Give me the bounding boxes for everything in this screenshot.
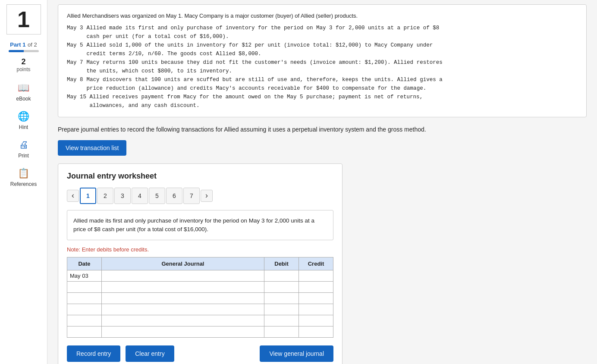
debit-input[interactable]	[267, 284, 296, 290]
table-row	[67, 282, 333, 293]
sidebar-item-references[interactable]: 📋 References	[10, 166, 37, 187]
debit-input[interactable]	[267, 306, 296, 313]
general-journal-input[interactable]	[104, 306, 261, 313]
debit-cell[interactable]	[264, 270, 299, 282]
date-cell: May 03	[67, 270, 102, 282]
debit-input[interactable]	[267, 273, 296, 279]
worksheet-container: Journal entry worksheet ‹ 1 2 3 4 5 6 7 …	[58, 163, 342, 364]
credit-input[interactable]	[302, 329, 330, 335]
credit-cell[interactable]	[299, 293, 333, 304]
general-journal-cell[interactable]	[102, 282, 264, 293]
date-input[interactable]	[70, 306, 99, 313]
transaction-description: Allied made its first and only purchase …	[67, 210, 333, 241]
debit-input[interactable]	[267, 317, 296, 324]
worksheet-title: Journal entry worksheet	[67, 172, 333, 181]
ebook-label: eBook	[16, 96, 31, 102]
tab-6[interactable]: 6	[166, 188, 182, 204]
tab-navigation: ‹ 1 2 3 4 5 6 7 ›	[67, 188, 333, 204]
credit-cell[interactable]	[299, 282, 333, 293]
col-header-date: Date	[67, 257, 102, 270]
part-label: Part 1	[10, 41, 25, 48]
credit-cell[interactable]	[299, 304, 333, 315]
event-may7: May 7 Macy returns 100 units because the…	[67, 58, 578, 75]
event-may15: May 15 Allied receives payment from Macy…	[67, 93, 578, 110]
part-info: Part 1 of 2	[9, 41, 39, 57]
date-cell[interactable]	[67, 326, 102, 338]
sidebar-item-print[interactable]: 🖨 Print	[16, 137, 31, 159]
tab-prev-arrow[interactable]: ‹	[67, 190, 79, 202]
debit-cell[interactable]	[264, 293, 299, 304]
general-journal-cell[interactable]	[102, 270, 264, 282]
table-row: May 03	[67, 270, 333, 282]
debit-input[interactable]	[267, 329, 296, 335]
tab-5[interactable]: 5	[149, 188, 165, 204]
question-number: 1	[6, 4, 41, 35]
credit-cell[interactable]	[299, 270, 333, 282]
tab-1[interactable]: 1	[80, 188, 96, 204]
col-header-credit: Credit	[299, 257, 333, 270]
date-input[interactable]	[70, 295, 99, 301]
context-intro: Allied Merchandisers was organized on Ma…	[67, 12, 578, 20]
credit-input[interactable]	[302, 284, 330, 290]
general-journal-cell[interactable]	[102, 304, 264, 315]
date-cell[interactable]	[67, 293, 102, 304]
table-row	[67, 293, 333, 304]
date-input[interactable]	[70, 284, 99, 290]
table-row	[67, 326, 333, 338]
clear-entry-button[interactable]: Clear entry	[126, 345, 174, 362]
date-input[interactable]	[70, 317, 99, 324]
note-text: Note: Enter debits before credits.	[67, 246, 333, 253]
credit-input[interactable]	[302, 306, 330, 313]
view-transaction-button[interactable]: View transaction list	[58, 140, 126, 156]
print-label: Print	[18, 153, 29, 159]
table-row	[67, 304, 333, 315]
tab-4[interactable]: 4	[132, 188, 148, 204]
general-journal-cell[interactable]	[102, 315, 264, 326]
general-journal-input[interactable]	[104, 284, 261, 290]
general-journal-cell[interactable]	[102, 293, 264, 304]
date-cell[interactable]	[67, 304, 102, 315]
date-input[interactable]	[70, 329, 99, 335]
general-journal-input[interactable]	[104, 317, 261, 324]
credit-cell[interactable]	[299, 326, 333, 338]
sidebar-item-ebook[interactable]: 📖 eBook	[16, 80, 31, 102]
event-may3: May 3 Allied made its first and only pur…	[67, 24, 578, 41]
progress-fill	[9, 50, 24, 52]
event-may8: May 8 Macy discovers that 100 units are …	[67, 75, 578, 93]
credit-input[interactable]	[302, 317, 330, 324]
credit-input[interactable]	[302, 295, 330, 301]
general-journal-input[interactable]	[104, 329, 261, 335]
part-of: of 2	[28, 41, 37, 48]
col-header-debit: Debit	[264, 257, 299, 270]
references-icon: 📋	[16, 166, 31, 181]
date-cell[interactable]	[67, 315, 102, 326]
debit-cell[interactable]	[264, 315, 299, 326]
tab-3[interactable]: 3	[114, 188, 131, 204]
points-label: points	[16, 66, 30, 72]
general-journal-cell[interactable]	[102, 326, 264, 338]
record-entry-button[interactable]: Record entry	[67, 345, 120, 362]
ebook-icon: 📖	[16, 80, 31, 96]
sidebar: 1 Part 1 of 2 2 points 📖 eBook 🌐 Hint 🖨 …	[0, 0, 47, 364]
debit-input[interactable]	[267, 295, 296, 301]
general-journal-input[interactable]	[104, 295, 261, 301]
credit-cell[interactable]	[299, 315, 333, 326]
context-events: May 3 Allied made its first and only pur…	[67, 24, 578, 110]
tab-2[interactable]: 2	[97, 188, 113, 204]
event-may5: May 5 Allied sold 1,000 of the units in …	[67, 41, 578, 58]
tab-next-arrow[interactable]: ›	[201, 190, 213, 202]
debit-cell[interactable]	[264, 304, 299, 315]
debit-cell[interactable]	[264, 326, 299, 338]
progress-bar	[9, 50, 39, 52]
col-header-general: General Journal	[102, 257, 264, 270]
tab-7[interactable]: 7	[183, 188, 200, 204]
credit-input[interactable]	[302, 273, 330, 279]
sidebar-item-hint[interactable]: 🌐 Hint	[16, 109, 31, 130]
date-cell[interactable]	[67, 282, 102, 293]
context-box: Allied Merchandisers was organized on Ma…	[58, 4, 587, 117]
main-content: Allied Merchandisers was organized on Ma…	[47, 0, 597, 364]
references-label: References	[10, 181, 37, 187]
debit-cell[interactable]	[264, 282, 299, 293]
general-journal-input[interactable]	[104, 273, 261, 279]
view-general-journal-button[interactable]: View general journal	[260, 345, 333, 362]
